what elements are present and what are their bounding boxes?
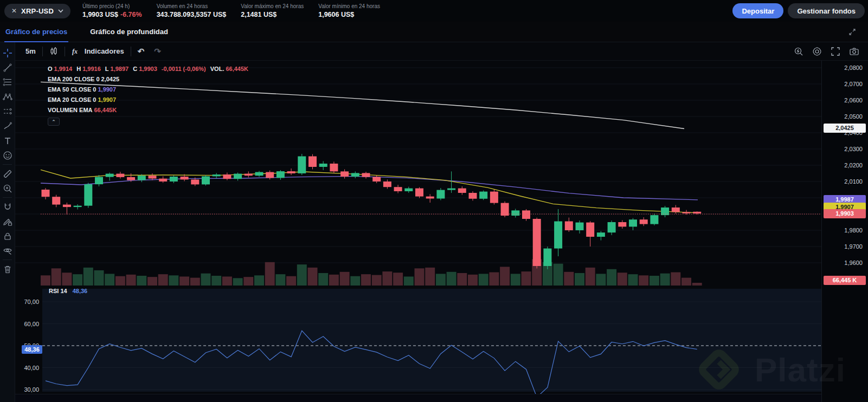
- candle: [127, 177, 135, 180]
- price-tick: 2,0700: [844, 80, 863, 88]
- volume-bar: [382, 271, 392, 286]
- volume-bar: [254, 275, 264, 286]
- chart-area[interactable]: O1,9914 H1,9916 L1,9897 C1,9903 -0,0011 …: [15, 61, 868, 402]
- ema50-label: EMA 50 CLOSE 0: [48, 86, 96, 93]
- emoji-tool[interactable]: [0, 148, 15, 163]
- fib-retracement-icon: [3, 77, 12, 87]
- candle: [533, 219, 541, 266]
- tab-price-chart[interactable]: Gráfico de precios: [4, 22, 68, 42]
- volume-label: VOL.: [210, 66, 224, 72]
- ema50-row[interactable]: EMA 50 CLOSE 0 1,9907: [48, 84, 253, 94]
- magnet-tool[interactable]: [0, 199, 15, 214]
- indicators-button[interactable]: fx Indicadores: [67, 44, 129, 59]
- deposit-button[interactable]: Depositar: [732, 3, 783, 18]
- trend-line-tool[interactable]: [0, 60, 15, 75]
- ema20-row[interactable]: EMA 20 CLOSE 0 1,9907: [48, 94, 253, 105]
- open-value: 1,9914: [54, 66, 73, 72]
- pair-selector[interactable]: ✕ XRP-USD: [4, 4, 70, 18]
- quick-search-button[interactable]: [794, 47, 803, 56]
- volume-bar: [575, 273, 584, 286]
- drawing-lock-tool[interactable]: [0, 214, 15, 229]
- ema200-row[interactable]: EMA 200 CLOSE 0 2,0425: [48, 74, 253, 84]
- rsi-label: RSI 14: [49, 288, 67, 294]
- close-value: 1,9903: [139, 66, 157, 72]
- rsi-legend: RSI 14 48,36: [49, 288, 87, 294]
- interval-button[interactable]: 5m: [21, 44, 41, 59]
- volume-bar: [147, 277, 157, 286]
- ruler-tool[interactable]: [0, 166, 15, 181]
- last-price-badge: 1,9903: [824, 209, 866, 218]
- price-tick: 1,9600: [844, 258, 863, 267]
- time-axis[interactable]: [15, 394, 821, 402]
- gear-icon: [812, 47, 822, 56]
- candle: [650, 215, 658, 224]
- redo-button[interactable]: ↷: [149, 44, 166, 59]
- change-value: -0,0011 (-0,06%): [162, 66, 206, 72]
- tab-depth-chart[interactable]: Gráfico de profundidad: [89, 22, 169, 42]
- ema200-value: 2,0425: [101, 76, 120, 82]
- stat-value: 343.788.093,5357 US$: [157, 11, 227, 18]
- fib-retracement-tool[interactable]: [0, 75, 15, 89]
- expand-chart-icon[interactable]: [848, 28, 856, 36]
- volume-bar: [137, 276, 146, 286]
- remove-drawings-tool[interactable]: [0, 262, 15, 276]
- manage-funds-button[interactable]: Gestionar fondos: [788, 3, 865, 18]
- volume-bar: [52, 268, 61, 286]
- candle: [522, 210, 530, 219]
- candle: [511, 210, 519, 216]
- rsi-canvas[interactable]: [15, 286, 821, 394]
- rsi-axis: 70,0060,0050,0040,0030,00: [15, 286, 42, 394]
- open-label: O: [48, 66, 53, 72]
- close-icon[interactable]: ✕: [11, 8, 17, 14]
- chart-toolbar: 5m fx Indicadores ↶ ↷: [15, 42, 868, 61]
- toolbar-separator: [65, 47, 65, 56]
- lock-all-tool[interactable]: [0, 229, 15, 243]
- candle: [213, 174, 221, 176]
- candle: [693, 212, 701, 213]
- candle: [277, 171, 285, 178]
- text-tool[interactable]: [0, 133, 15, 148]
- snapshot-button[interactable]: [849, 47, 859, 56]
- settings-button[interactable]: [812, 47, 822, 56]
- legend-collapse-button[interactable]: ⌃: [48, 118, 60, 126]
- brush-icon: [3, 121, 12, 131]
- volume-bar: [436, 274, 446, 286]
- candle: [458, 189, 466, 193]
- search-bolt-icon: [794, 47, 803, 56]
- stat-label: Valor mínimo en 24 horas: [318, 3, 380, 9]
- fullscreen-button[interactable]: [831, 47, 840, 56]
- rsi-panel[interactable]: RSI 14 48,36 70,0060,0050,0040,0030,00 4…: [15, 286, 821, 394]
- undo-button[interactable]: ↶: [133, 44, 150, 59]
- volume-bar: [596, 274, 606, 286]
- price-axis[interactable]: 2,08002,07002,06002,05002,04002,03002,02…: [821, 61, 868, 402]
- zoom-in-tool[interactable]: [0, 181, 15, 196]
- volume-bar: [94, 270, 104, 286]
- chart-tabs: Gráfico de precios Gráfico de profundida…: [0, 22, 868, 42]
- candle: [608, 222, 616, 232]
- candle: [447, 189, 455, 190]
- toolbar-divider: [3, 197, 12, 198]
- volume-bar: [522, 271, 531, 286]
- svg-text:fx: fx: [72, 48, 78, 55]
- volume-bar: [265, 262, 275, 286]
- candle: [159, 179, 167, 181]
- eye-off-icon: [3, 246, 12, 256]
- volume-ema-row[interactable]: VOLUMEN EMA 66,445K: [48, 105, 253, 115]
- stat-label: Volumen en 24 horas: [157, 3, 227, 9]
- price-tick: 2,0600: [844, 96, 863, 105]
- stat-value: 2,1481 US$: [241, 11, 304, 18]
- rsi-tick: 70,00: [15, 298, 39, 306]
- volume-bar: [660, 274, 670, 286]
- candle: [479, 192, 487, 199]
- volume-bar: [372, 275, 382, 286]
- brush-tool[interactable]: [0, 119, 15, 133]
- text-icon: [3, 136, 12, 146]
- crosshair-tool[interactable]: [0, 46, 15, 60]
- projection-tool[interactable]: [0, 104, 15, 119]
- volume-bar: [564, 272, 574, 286]
- xabcd-pattern-tool[interactable]: [0, 89, 15, 104]
- crosshair-icon: [3, 48, 12, 58]
- hide-drawings-tool[interactable]: [0, 243, 15, 258]
- volume-bar: [211, 276, 221, 286]
- chart-style-button[interactable]: [44, 44, 63, 59]
